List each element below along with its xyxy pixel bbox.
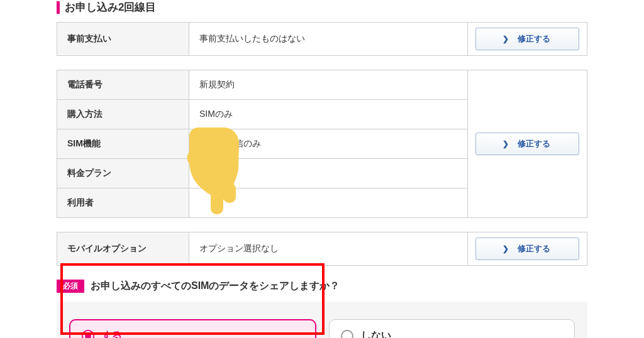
row-value	[189, 188, 468, 218]
row-label: SIM機能	[57, 129, 189, 159]
row-value: オプション選択なし	[189, 232, 468, 266]
data-share-yes[interactable]: する	[69, 319, 316, 338]
row-label: 電話番号	[57, 70, 189, 100]
required-badge: 必須	[57, 280, 84, 293]
radio-selected-icon	[82, 330, 94, 339]
row-value: 事前支払いしたものはない	[189, 23, 468, 56]
edit-line-button[interactable]: ❯ 修正する	[475, 133, 579, 155]
data-share-panel: する しない データシェアは、お申し込み完了後変更できます。	[57, 302, 587, 338]
chevron-right-icon: ❯	[502, 244, 509, 253]
edit-prepaid-button[interactable]: ❯ 修正する	[475, 28, 579, 50]
row-label: 利用者	[57, 188, 189, 218]
edit-button-label: 修正する	[518, 243, 550, 254]
row-label: 料金プラン	[57, 159, 189, 188]
confirm-table-option: モバイルオプション オプション選択なし ❯ 修正する	[57, 232, 587, 266]
row-value: データ通信のみ	[189, 129, 468, 159]
section-title-text: お申し込み2回線目	[65, 0, 156, 14]
row-value: 新規契約	[189, 70, 468, 100]
confirm-table-prepaid: 事前支払い 事前支払いしたものはない ❯ 修正する	[57, 22, 587, 56]
chevron-right-icon: ❯	[502, 35, 509, 43]
chevron-right-icon: ❯	[502, 139, 509, 148]
row-value	[189, 159, 468, 188]
confirm-table-line: 電話番号 新規契約 ❯ 修正する 購入方法 SIMのみ SIM機能 データ通信の…	[57, 70, 587, 218]
row-label: 購入方法	[57, 100, 189, 129]
table-row: 事前支払い 事前支払いしたものはない ❯ 修正する	[57, 23, 587, 56]
section-title: お申し込み2回線目	[57, 0, 587, 14]
edit-option-button[interactable]: ❯ 修正する	[475, 237, 579, 260]
data-share-no[interactable]: しない	[329, 319, 575, 338]
row-value: SIMのみ	[189, 100, 468, 129]
data-share-question: 必須 お申し込みのすべてのSIMのデータをシェアしますか？ する しない データ…	[57, 280, 587, 338]
table-row: 電話番号 新規契約 ❯ 修正する	[57, 70, 587, 100]
row-label: 事前支払い	[57, 23, 189, 56]
edit-button-label: 修正する	[518, 138, 550, 150]
radio-unselected-icon	[341, 330, 353, 339]
option-label: しない	[361, 329, 391, 338]
option-label: する	[102, 329, 122, 338]
row-label: モバイルオプション	[57, 232, 189, 266]
table-row: モバイルオプション オプション選択なし ❯ 修正する	[57, 232, 587, 266]
edit-button-label: 修正する	[518, 33, 550, 45]
question-text: お申し込みのすべてのSIMのデータをシェアしますか？	[91, 280, 340, 293]
